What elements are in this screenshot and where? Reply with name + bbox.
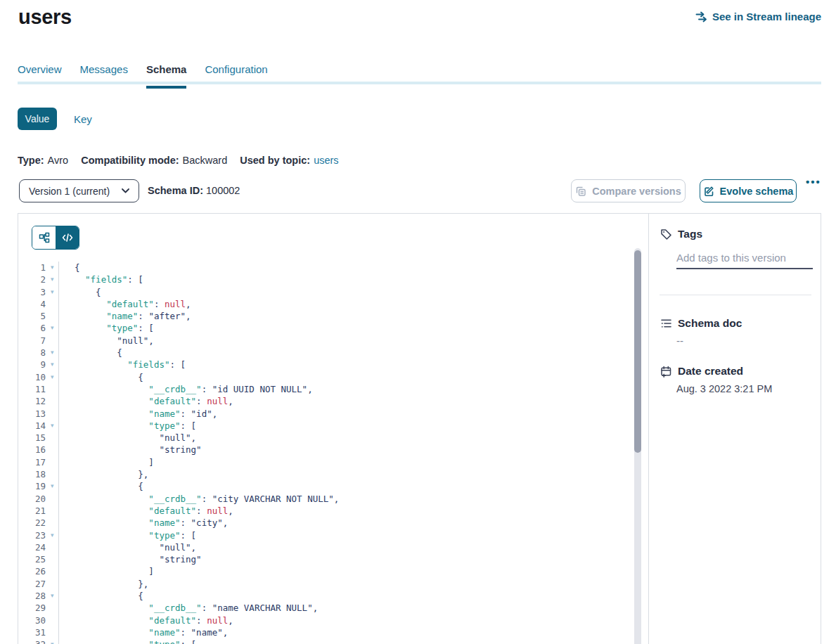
tab-configuration[interactable]: Configuration	[205, 63, 267, 89]
code-line: 19▾ {	[18, 480, 634, 492]
version-dropdown[interactable]: Version 1 (current)	[19, 179, 139, 202]
compare-versions-button[interactable]: Compare versions	[571, 179, 686, 202]
code-line: 3▾ {	[18, 286, 634, 298]
code-text: "name": "name",	[59, 626, 228, 638]
line-number: 30	[18, 614, 46, 626]
value-toggle-button[interactable]: Value	[18, 108, 57, 130]
fold-toggle-icon[interactable]: ▾	[46, 638, 59, 644]
code-text: ]	[59, 456, 154, 468]
sidebar-divider	[660, 295, 811, 295]
fold-toggle-icon[interactable]: ▾	[46, 262, 59, 273]
code-text: {	[59, 262, 80, 273]
schema-id-label: Schema ID:	[148, 185, 203, 196]
line-number: 21	[18, 505, 46, 517]
fold-toggle-icon[interactable]: ▾	[46, 286, 59, 298]
code-line: 7 "null",	[18, 335, 634, 347]
line-number: 6	[18, 322, 46, 334]
line-number: 31	[18, 626, 46, 638]
code-text: "default": null,	[59, 614, 233, 626]
schema-details-sidebar: Tags Schema doc --	[648, 214, 821, 644]
line-number: 27	[18, 578, 46, 590]
see-in-stream-lineage-link[interactable]: See in Stream lineage	[695, 11, 821, 22]
fold-gutter	[46, 578, 59, 590]
code-line: 4 "default": null,	[18, 298, 634, 310]
code-line: 17 ]	[18, 456, 634, 468]
scrollbar-thumb[interactable]	[634, 250, 641, 453]
fold-toggle-icon[interactable]: ▾	[46, 371, 59, 383]
type-label: Type:	[18, 155, 44, 166]
fold-gutter	[46, 395, 59, 407]
schema-id-value: 100002	[206, 185, 240, 196]
tab-messages[interactable]: Messages	[80, 63, 128, 89]
line-number: 9	[18, 359, 46, 371]
code-text: ]	[59, 565, 154, 577]
code-text: },	[59, 468, 148, 480]
fold-gutter	[46, 444, 59, 456]
code-view-icon[interactable]	[56, 226, 79, 249]
line-number: 23	[18, 529, 46, 541]
tag-icon	[660, 228, 672, 240]
fold-toggle-icon[interactable]: ▾	[46, 322, 59, 334]
fold-toggle-icon[interactable]: ▾	[46, 359, 59, 371]
code-line: 15 "null",	[18, 432, 634, 444]
fold-gutter	[46, 335, 59, 347]
date-created-header: Date created	[660, 365, 743, 378]
tab-overview[interactable]: Overview	[18, 63, 62, 89]
code-text: "name": "city",	[59, 517, 228, 529]
version-dropdown-value: Version 1 (current)	[29, 186, 110, 197]
fold-gutter	[46, 541, 59, 553]
line-number: 26	[18, 565, 46, 577]
lineage-link-label: See in Stream lineage	[712, 11, 821, 22]
fold-toggle-icon[interactable]: ▾	[46, 529, 59, 541]
line-number: 24	[18, 541, 46, 553]
list-icon	[660, 318, 672, 329]
fold-toggle-icon[interactable]: ▾	[46, 273, 59, 285]
fold-toggle-icon[interactable]: ▾	[46, 480, 59, 492]
topic-link[interactable]: users	[314, 155, 338, 166]
date-created-title: Date created	[678, 365, 743, 378]
code-line: 32▾ "type": [	[18, 638, 634, 644]
tab-underline-track	[18, 82, 821, 84]
add-tags-input[interactable]	[676, 247, 813, 269]
evolve-schema-button[interactable]: Evolve schema	[700, 179, 797, 202]
schema-doc-header: Schema doc	[660, 317, 742, 330]
more-actions-button[interactable]: •••	[806, 176, 821, 188]
key-toggle-button[interactable]: Key	[74, 113, 92, 125]
view-mode-toggle	[32, 226, 79, 250]
line-number: 4	[18, 298, 46, 310]
code-line: 2▾ "fields": [	[18, 273, 634, 285]
fold-gutter	[46, 565, 59, 577]
compatibility-value: Backward	[183, 155, 228, 166]
line-number: 12	[18, 395, 46, 407]
fold-toggle-icon[interactable]: ▾	[46, 347, 59, 359]
fold-gutter	[46, 517, 59, 529]
code-text: "__crdb__": "city VARCHAR NOT NULL",	[59, 493, 339, 505]
compatibility-label: Compatibility mode:	[81, 155, 179, 166]
line-number: 14	[18, 420, 46, 432]
schema-page: users See in Stream lineage Overview Mes…	[0, 0, 836, 644]
code-text: "type": [	[59, 638, 196, 644]
code-text: "type": [	[59, 420, 196, 432]
code-text: {	[59, 480, 143, 492]
compare-versions-label: Compare versions	[592, 186, 681, 197]
code-text: {	[59, 590, 143, 602]
line-number: 25	[18, 553, 46, 565]
fold-toggle-icon[interactable]: ▾	[46, 590, 59, 602]
line-number: 3	[18, 286, 46, 298]
evolve-schema-label: Evolve schema	[720, 186, 794, 197]
fold-gutter	[46, 493, 59, 505]
code-text: "null",	[59, 335, 154, 347]
line-number: 29	[18, 602, 46, 614]
code-text: "null",	[59, 432, 196, 444]
tree-view-icon[interactable]	[32, 226, 56, 249]
edit-icon	[703, 186, 714, 197]
scrollbar-track[interactable]	[634, 248, 641, 644]
code-text: "default": null,	[59, 395, 233, 407]
tab-schema[interactable]: Schema	[146, 63, 187, 89]
schema-id: Schema ID: 100002	[148, 185, 240, 196]
fold-toggle-icon[interactable]: ▾	[46, 420, 59, 432]
code-line: 13 "name": "id",	[18, 408, 634, 420]
code-line: 31 "name": "name",	[18, 626, 634, 638]
code-text: "type": [	[59, 529, 196, 541]
stream-lineage-icon	[695, 11, 707, 22]
